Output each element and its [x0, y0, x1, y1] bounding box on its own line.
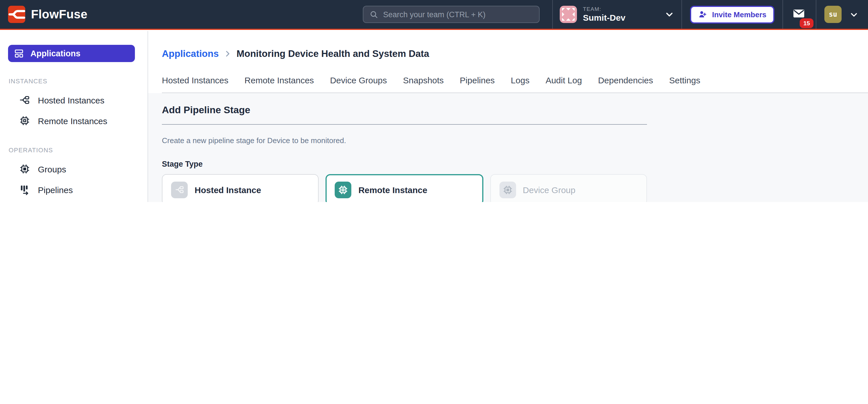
- search-icon: [369, 10, 379, 19]
- title-divider: [162, 124, 647, 125]
- breadcrumb: Applications Monitoring Device Health an…: [162, 47, 868, 60]
- sidebar-item-groups[interactable]: Groups: [0, 158, 148, 179]
- breadcrumb-applications-link[interactable]: Applications: [162, 47, 219, 60]
- page-title: Monitoring Device Health and System Data: [237, 47, 429, 60]
- groups-icon: [19, 163, 30, 175]
- sidebar-item-label: Remote Instances: [38, 116, 107, 125]
- sidebar: Applications INSTANCES Hosted Instances …: [0, 31, 148, 202]
- sidebar-item-label: Pipelines: [38, 185, 73, 195]
- invite-members-button[interactable]: Invite Members: [690, 5, 774, 23]
- stage-type-option-label: Remote Instance: [359, 185, 427, 195]
- stage-type-option-label: Device Group: [523, 185, 575, 195]
- remote-instances-icon: [19, 115, 30, 126]
- chevron-right-icon: [223, 49, 232, 58]
- app-window: FlowFuse TEAM: Sumit-Dev: [0, 0, 868, 202]
- tab-device-groups[interactable]: Device Groups: [330, 75, 387, 86]
- stage-type-option-label: Hosted Instance: [195, 185, 261, 195]
- brand-name: FlowFuse: [31, 7, 88, 21]
- team-name: Sumit-Dev: [583, 12, 625, 23]
- team-label: TEAM:: [583, 6, 625, 12]
- invite-members-label: Invite Members: [712, 10, 766, 19]
- stage-type-label: Stage Type: [162, 160, 854, 168]
- stage-type-option-remote-instance[interactable]: Remote Instance: [326, 174, 484, 202]
- sidebar-item-label: Groups: [38, 164, 66, 174]
- tab-pipelines[interactable]: Pipelines: [460, 75, 495, 86]
- section-label-operations: OPERATIONS: [9, 147, 148, 153]
- top-navbar: FlowFuse TEAM: Sumit-Dev: [0, 0, 868, 30]
- stage-type-option-device-group: Device Group: [490, 174, 647, 202]
- hosted-instances-icon: [19, 94, 30, 106]
- tab-logs[interactable]: Logs: [511, 75, 530, 86]
- team-avatar: [560, 6, 577, 23]
- mail-icon: [792, 7, 805, 20]
- tab-audit-log[interactable]: Audit Log: [546, 75, 582, 86]
- chevron-down-icon: [664, 9, 675, 20]
- tab-settings[interactable]: Settings: [669, 75, 700, 86]
- tab-snapshots[interactable]: Snapshots: [403, 75, 444, 86]
- tab-bar: Hosted Instances Remote Instances Device…: [162, 75, 868, 93]
- sidebar-item-hosted-instances[interactable]: Hosted Instances: [0, 90, 148, 110]
- hosted-instance-icon: [171, 181, 188, 198]
- search-input[interactable]: [383, 10, 534, 19]
- brand[interactable]: FlowFuse: [0, 6, 88, 23]
- sidebar-item-pipelines[interactable]: Pipelines: [0, 179, 148, 200]
- remote-instance-icon: [335, 181, 352, 198]
- page-header: Applications Monitoring Device Health an…: [148, 31, 868, 93]
- form-description: Create a new pipeline stage for Device t…: [162, 136, 854, 145]
- section-label-instances: INSTANCES: [9, 78, 148, 85]
- user-avatar[interactable]: su: [825, 6, 842, 23]
- team-selector[interactable]: TEAM: Sumit-Dev: [553, 6, 682, 23]
- add-pipeline-stage-form: Add Pipeline Stage Create a new pipeline…: [148, 93, 868, 202]
- sidebar-item-label: Applications: [30, 49, 81, 58]
- tab-hosted-instances[interactable]: Hosted Instances: [162, 75, 228, 86]
- notifications-button[interactable]: 15: [792, 7, 805, 22]
- notification-badge: 15: [800, 19, 813, 28]
- sidebar-item-label: Hosted Instances: [38, 95, 104, 105]
- user-menu-chevron-icon[interactable]: [849, 9, 859, 19]
- team-search[interactable]: [363, 6, 540, 23]
- sidebar-item-applications[interactable]: Applications: [8, 45, 135, 62]
- sidebar-item-bill-of-materials[interactable]: Bill Of Materials: [0, 200, 148, 202]
- form-title: Add Pipeline Stage: [162, 105, 854, 116]
- tab-remote-instances[interactable]: Remote Instances: [245, 75, 314, 86]
- stage-type-options: Hosted Instance Remote Instance: [162, 174, 647, 202]
- pipelines-icon: [19, 184, 30, 195]
- stage-type-option-hosted-instance[interactable]: Hosted Instance: [162, 174, 319, 202]
- sidebar-item-remote-instances[interactable]: Remote Instances: [0, 110, 148, 131]
- flowfuse-logo-icon: [8, 6, 25, 23]
- user-plus-icon: [699, 10, 708, 19]
- applications-icon: [14, 48, 24, 59]
- tab-dependencies[interactable]: Dependencies: [598, 75, 653, 86]
- device-group-icon: [499, 181, 516, 198]
- main-area: Applications Monitoring Device Health an…: [148, 31, 868, 202]
